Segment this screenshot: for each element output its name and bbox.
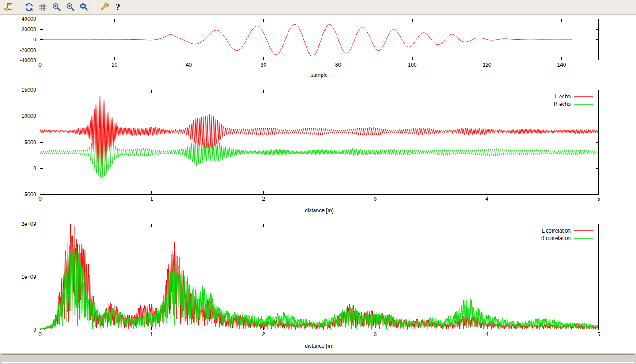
zoom-next-button[interactable] xyxy=(64,1,76,13)
x-tick-label: 60 xyxy=(261,62,267,68)
y-tick-label: 0 xyxy=(33,37,36,43)
plot-area[interactable]: 020406080100120140-40000-200000200004000… xyxy=(0,15,636,353)
x-tick-label: 5 xyxy=(597,196,600,202)
toggle-grid-button[interactable] xyxy=(37,1,49,13)
series-line xyxy=(40,244,598,330)
y-tick-label: 0 xyxy=(33,327,36,333)
replot-icon xyxy=(24,2,34,12)
x-tick-label: 140 xyxy=(557,62,566,68)
legend-label: L correlation xyxy=(541,228,571,234)
autoscale-button[interactable] xyxy=(78,1,90,13)
x-axis-label: distance [m] xyxy=(305,343,333,349)
x-tick-label: 0 xyxy=(38,62,42,68)
y-tick-label: 40000 xyxy=(22,16,37,22)
x-axis-label: sample xyxy=(310,72,328,78)
series-line xyxy=(40,222,598,330)
legend-label: L echo xyxy=(555,94,571,100)
y-tick-label: 5000 xyxy=(24,139,36,146)
help-glyph: ? xyxy=(116,2,120,12)
y-tick-label: 0 xyxy=(33,165,36,172)
x-tick-label: 3 xyxy=(374,331,377,338)
toolbar: ? xyxy=(0,0,636,15)
series-line xyxy=(40,96,598,169)
autoscale-icon xyxy=(79,2,89,12)
y-tick-label: -40000 xyxy=(20,57,37,64)
legend-label: R echo xyxy=(554,101,571,107)
correlations xyxy=(40,222,598,330)
plot-border xyxy=(40,224,599,330)
y-tick-label: 20000 xyxy=(22,26,37,33)
x-tick-label: 80 xyxy=(335,62,341,68)
pulse-waveform xyxy=(40,24,572,56)
series-line xyxy=(40,24,572,56)
zoom-next-icon xyxy=(65,2,76,12)
x-tick-label: 1 xyxy=(150,196,153,202)
zoom-previous-icon xyxy=(51,2,62,12)
zoom-previous-button[interactable] xyxy=(50,1,63,13)
toolbar-separator xyxy=(94,2,95,12)
x-tick-label: 2 xyxy=(262,196,265,202)
x-tick-label: 100 xyxy=(408,62,416,68)
x-tick-label: 3 xyxy=(374,196,377,202)
x-tick-label: 4 xyxy=(485,331,488,338)
settings-button[interactable] xyxy=(98,1,110,13)
status-text xyxy=(2,354,634,363)
help-button[interactable]: ? xyxy=(112,1,124,13)
y-tick-label: -5000 xyxy=(23,191,36,198)
x-tick-label: 40 xyxy=(186,62,192,68)
plot-border xyxy=(40,90,599,195)
legend-label: R correlation xyxy=(541,235,571,241)
x-tick-label: 0 xyxy=(38,331,42,338)
status-bar xyxy=(0,353,636,364)
y-tick-label: 15000 xyxy=(22,87,37,93)
echo-signals xyxy=(40,96,598,178)
y-tick-label: 2e+09 xyxy=(21,221,36,227)
series-line xyxy=(40,126,598,178)
replot-button[interactable] xyxy=(23,1,35,13)
x-tick-label: 2 xyxy=(262,331,265,338)
x-tick-label: 5 xyxy=(597,331,600,338)
grid-icon xyxy=(38,2,48,12)
help-icon: ? xyxy=(113,2,123,12)
copy-clipboard-button[interactable] xyxy=(3,1,15,13)
wrench-icon xyxy=(99,2,110,12)
x-tick-label: 0 xyxy=(38,196,42,202)
toolbar-separator xyxy=(19,2,19,12)
y-tick-label: 10000 xyxy=(22,113,37,119)
plots-canvas[interactable]: 020406080100120140-40000-200000200004000… xyxy=(0,15,636,353)
x-tick-label: 20 xyxy=(112,62,118,68)
y-tick-label: 1e+09 xyxy=(21,274,36,280)
copy-clipboard-icon xyxy=(4,2,14,12)
x-tick-label: 120 xyxy=(482,62,491,68)
x-tick-label: 4 xyxy=(485,196,488,202)
x-axis-label: distance [m] xyxy=(305,207,333,214)
gnuplot-window: ? 020406080100120140-40000-2000002000040… xyxy=(0,0,636,364)
y-tick-label: -20000 xyxy=(20,47,37,53)
x-tick-label: 1 xyxy=(150,331,153,338)
